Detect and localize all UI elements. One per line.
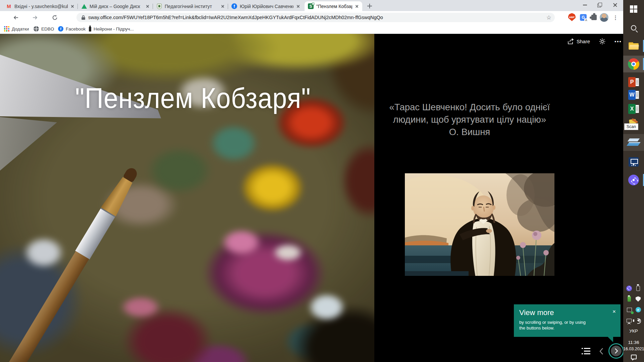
tab-google-drive[interactable]: Мій диск – Google Диск (78, 1, 153, 11)
settings-gear-icon[interactable] (599, 38, 606, 45)
facebook-icon: f (58, 26, 63, 32)
tab-sway-active[interactable]: S "Пензлем Кобзаря" (305, 1, 362, 11)
network-icon[interactable] (626, 318, 632, 323)
bookmark-apps[interactable]: Додатки (4, 25, 29, 33)
window-close-button[interactable] (608, 0, 623, 10)
clock-time[interactable]: 11:36 (623, 340, 644, 345)
forward-button[interactable] (30, 13, 40, 22)
windows-taskbar: P W X Scan (623, 0, 644, 362)
taskbar-chrome-active[interactable] (623, 56, 644, 72)
screen: M Вхідні - y.savchenko@kubg.edu.u Мій ди… (0, 0, 644, 362)
viber-tray-icon[interactable] (626, 286, 632, 291)
gmail-favicon: M (6, 3, 12, 9)
defender-shield-icon[interactable] (635, 296, 641, 302)
shevchenko-portrait-image (405, 173, 554, 276)
viber-icon (628, 175, 639, 185)
lock-icon (81, 15, 86, 20)
previous-slide-button[interactable] (597, 347, 606, 356)
bookmark-star-icon[interactable]: ☆ (546, 14, 551, 21)
tab-close-icon[interactable] (296, 4, 301, 9)
taskbar-scanner[interactable] (623, 134, 644, 151)
facebook-favicon: f (231, 3, 237, 9)
tray-row: e (623, 305, 644, 315)
file-explorer-icon (629, 42, 639, 50)
taskbar-viber[interactable] (623, 172, 644, 188)
omnibox[interactable]: sway.office.com/F5WUYef18PT6m5hE?ref=Lin… (76, 13, 555, 22)
sway-favicon: S (308, 3, 314, 9)
institute-favicon (156, 3, 162, 9)
translate-extension-icon[interactable]: G (579, 13, 588, 22)
profile-avatar[interactable] (600, 13, 608, 22)
eset-antivirus-icon[interactable]: e (636, 307, 641, 312)
toast-title: View more (519, 308, 615, 317)
powerpoint-icon: P (628, 77, 639, 87)
tab-close-icon[interactable] (354, 4, 360, 9)
bookmark-edbo[interactable]: EDBO (34, 25, 54, 33)
view-more-toast: View more by scrolling or swiping, or by… (514, 304, 621, 337)
next-slide-button[interactable] (608, 343, 624, 359)
contents-icon[interactable] (582, 348, 590, 355)
globe-icon (34, 26, 39, 32)
share-button[interactable]: Share (568, 38, 590, 45)
taskbar-search-button[interactable] (623, 19, 644, 36)
drive-favicon (81, 3, 87, 9)
tab-close-icon[interactable] (145, 4, 150, 9)
volume-icon[interactable] (635, 318, 641, 323)
more-options-icon[interactable]: ••• (614, 39, 622, 44)
action-center-icon (631, 355, 637, 359)
windows-logo-icon (630, 5, 637, 13)
word-icon: W (628, 90, 639, 100)
taskbar-file-explorer[interactable] (623, 38, 644, 54)
tab-gmail[interactable]: M Вхідні - y.savchenko@kubg.edu.u (3, 1, 78, 11)
toast-body: by scrolling or swiping, or by using the… (519, 319, 590, 331)
toast-close-icon[interactable]: × (612, 308, 616, 315)
window-restore-button[interactable] (592, 0, 607, 10)
sway-navigation (580, 343, 623, 360)
remote-desktop-icon (629, 157, 639, 167)
action-center-button[interactable] (623, 353, 644, 361)
extensions-puzzle-icon[interactable] (590, 13, 598, 22)
tab-facebook[interactable]: f Юрій Юрійович Савченко | Fac (228, 1, 304, 11)
sway-toolbar: Share ••• (568, 37, 622, 46)
scanner-icon (628, 138, 639, 146)
tray-row (623, 315, 644, 325)
apps-grid-icon (4, 26, 9, 32)
tab-institute[interactable]: Педагогічний інститут (153, 1, 228, 11)
bookmark-facebook[interactable]: f Facebook (58, 25, 86, 33)
tab-close-icon[interactable] (220, 4, 225, 9)
torch-icon (89, 26, 91, 32)
start-button[interactable] (623, 1, 644, 17)
toast-pointer (607, 337, 613, 342)
new-tab-button[interactable] (365, 2, 374, 10)
usb-drive-icon[interactable] (626, 296, 632, 302)
language-indicator[interactable]: УКР (623, 328, 644, 334)
adblock-extension-icon[interactable]: ABP (568, 13, 576, 21)
reload-button[interactable] (50, 13, 59, 22)
chrome-icon (628, 58, 639, 70)
back-button[interactable] (11, 13, 20, 22)
url-text: sway.office.com/F5WUYef18PT6m5hE?ref=Lin… (88, 15, 534, 20)
taskbar-remote-desktop[interactable] (623, 154, 644, 170)
bookmark-neurons[interactable]: Нейрони - Підруч... (89, 25, 134, 33)
search-icon (631, 25, 636, 31)
clock-date[interactable]: 16.03.2021 (623, 347, 644, 351)
share-icon (568, 38, 574, 45)
quote-text: «Тарас Шевченко! Досить було однієї люди… (388, 101, 551, 138)
media-device-icon[interactable] (627, 307, 632, 313)
scan-tooltip: Scan (624, 123, 638, 130)
browser-address-bar: sway.office.com/F5WUYef18PT6m5hE?ref=Lin… (0, 11, 623, 24)
browser-tabstrip: M Вхідні - y.savchenko@kubg.edu.u Мій ди… (0, 0, 623, 11)
presentation-title: "Пензлем Кобзаря" (75, 81, 311, 115)
tab-close-icon[interactable] (70, 4, 75, 9)
chrome-menu-icon[interactable]: ⋮ (611, 13, 620, 22)
window-minimize-button[interactable] (578, 0, 592, 10)
tray-row (623, 294, 644, 304)
excel-icon: X (628, 104, 639, 114)
bookmarks-bar: Додатки EDBO f Facebook Нейрони - Підруч… (0, 24, 623, 34)
usb-device-icon[interactable] (635, 286, 641, 291)
tray-row (623, 283, 644, 293)
